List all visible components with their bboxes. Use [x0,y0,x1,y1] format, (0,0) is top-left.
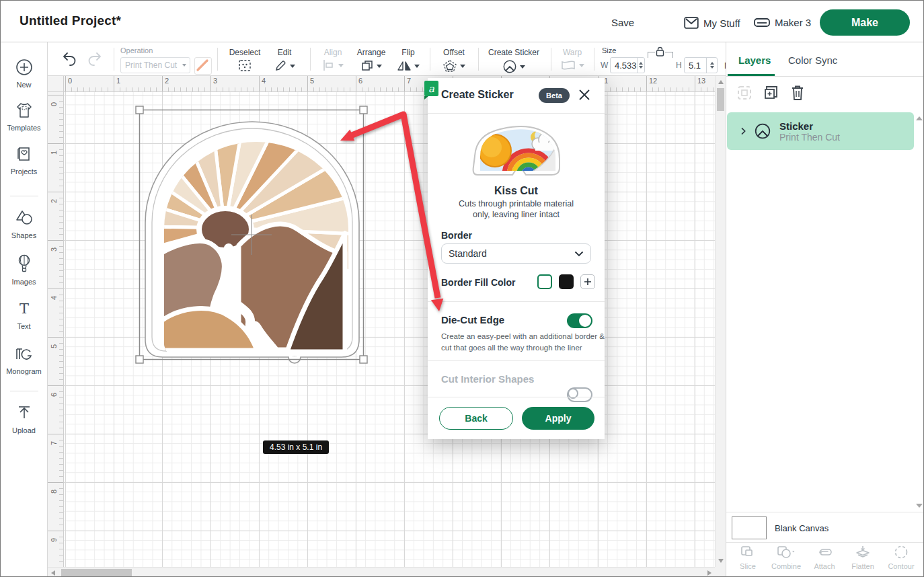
templates-icon [15,102,34,119]
sidebar-item-monogram[interactable]: Monogram [1,345,47,375]
undo-button[interactable] [61,51,77,69]
left-sidebar: New Templates Projects Shapes [1,42,48,577]
width-stepper[interactable] [637,58,644,73]
ruler-tick-label: 4 [262,77,266,85]
ruler-tick-label: 1 [50,145,58,155]
sidebar-item-images[interactable]: Images [1,254,47,286]
step-up-icon [710,62,714,65]
horizontal-scroll-thumb[interactable] [61,569,132,576]
ruler-vertical: 0 1 2 3 4 5 6 7 8 9 [48,92,64,567]
arrange-button[interactable]: Arrange [352,48,391,73]
sidebar-label: Shapes [1,231,47,239]
border-fill-swatch-black[interactable] [559,274,574,289]
create-sticker-button[interactable]: Create Sticker [484,48,544,74]
sidebar-item-upload[interactable]: Upload [1,404,47,434]
chevron-down-icon [338,64,344,67]
layers-panel: Layers Color Sync [726,42,924,577]
width-label: W [601,61,608,70]
step-down-icon [639,66,643,69]
scroll-right-arrow-icon[interactable] [707,570,711,576]
blank-canvas-swatch[interactable] [732,516,767,539]
border-dropdown[interactable]: Standard [441,243,591,264]
toolbar-separator [114,48,114,71]
size-lock-button[interactable] [655,46,665,59]
vertical-scroll-thumb[interactable] [717,88,724,111]
scroll-up-arrow-icon[interactable] [718,80,724,84]
contour-label: Contour [882,562,920,570]
sidebar-item-text[interactable]: T Text [1,300,47,330]
height-stepper[interactable] [706,58,717,73]
operation-value: Print Then Cut [121,61,180,70]
save-button[interactable]: Save [611,17,634,28]
flip-label: Flip [393,48,423,57]
dialog-divider [428,360,605,361]
horizontal-scrollbar[interactable] [48,567,715,577]
close-icon[interactable] [577,87,592,102]
die-cut-edge-toggle[interactable] [567,313,592,328]
operation-color-swatch[interactable] [194,57,212,75]
tab-color-sync[interactable]: Color Sync [788,54,837,66]
make-button[interactable]: Make [820,9,910,36]
slice-button: Slice [729,545,767,570]
canvas-area[interactable]: 0 1 2 3 4 5 6 7 8 9 10 11 12 13 0 1 2 3 … [48,76,715,567]
sidebar-item-new[interactable]: New [1,59,47,89]
resize-handle-nw[interactable] [136,106,143,114]
sidebar-label: Upload [1,426,47,434]
scroll-down-arrow-icon[interactable] [718,559,724,563]
project-title[interactable]: Untitled Project* [20,13,121,28]
cut-interior-shapes-toggle[interactable] [567,387,592,402]
back-button[interactable]: Back [439,407,513,430]
toolbar-separator [430,48,430,71]
resize-handle-se[interactable] [360,356,367,363]
sidebar-item-projects[interactable]: Projects [1,145,47,176]
duplicate-icon [763,84,780,102]
flatten-icon [855,545,871,560]
sidebar-label: Templates [1,124,47,132]
resize-handle-sw[interactable] [136,356,143,363]
app-window: Untitled Project* Save My Stuff Maker 3 … [0,0,924,577]
duplicate-button[interactable] [763,84,781,103]
ruler-tick-label: 5 [310,77,314,85]
layer-row-sticker[interactable]: Sticker Print Then Cut [727,112,914,150]
height-label: H [676,61,682,70]
width-value: 4.533 [611,61,637,71]
my-stuff-button[interactable]: My Stuff [684,17,740,29]
sidebar-item-shapes[interactable]: Shapes [1,209,47,239]
sidebar-divider [10,391,38,391]
machine-label: Maker 3 [775,17,811,28]
edit-button[interactable]: Edit [268,48,301,73]
sidebar-item-templates[interactable]: Templates [1,102,47,132]
width-field[interactable]: 4.533 [610,57,645,73]
sidebar-label: Images [1,278,47,286]
tab-layers[interactable]: Layers [738,54,771,66]
delete-button[interactable] [790,84,808,103]
attach-icon [816,545,833,560]
align-icon [322,59,336,71]
edit-toolbar: Operation Print Then Cut Deselect Edit A… [48,42,726,76]
edit-label: Edit [268,48,301,57]
offset-button[interactable]: Offset [436,48,471,73]
toggle-knob [579,315,591,327]
redo-button[interactable] [87,51,103,69]
operation-dropdown[interactable]: Print Then Cut [120,57,190,73]
apply-button[interactable]: Apply [522,407,594,430]
panel-scroll-up-icon[interactable] [916,116,923,120]
height-field[interactable]: 5.1 [684,57,718,73]
sticker-selection[interactable] [135,104,368,367]
flip-button[interactable]: Flip [393,48,423,73]
panel-scroll-down-icon[interactable] [916,504,923,508]
toolbar-separator [310,48,311,71]
add-color-button[interactable] [580,274,595,289]
border-fill-swatch-white[interactable] [537,274,552,289]
ruler-tick-label: 6 [358,77,362,85]
chevron-right-icon[interactable] [738,126,748,137]
attach-label: Attach [806,562,843,570]
blank-canvas-row[interactable]: Blank Canvas [726,512,924,543]
deselect-button[interactable]: Deselect [224,48,266,75]
machine-selector[interactable]: Maker 3 [754,17,811,28]
scroll-left-arrow-icon[interactable] [51,570,55,576]
create-sticker-dialog: Create Sticker Beta [428,78,605,439]
resize-handle-ne[interactable] [360,106,367,114]
no-color-slash-icon [195,58,210,73]
vertical-scrollbar[interactable] [715,76,726,567]
